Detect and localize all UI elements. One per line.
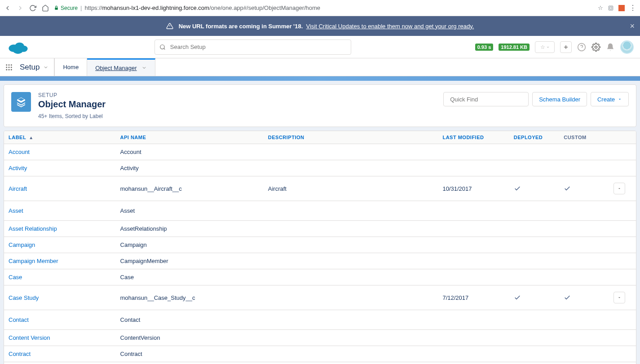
table-row: Campaign MemberCampaignMember [4, 253, 636, 269]
browser-toolbar: Secure | https://mohansun-lx1-dev-ed.lig… [0, 0, 640, 16]
global-search-input[interactable] [170, 44, 346, 50]
object-link[interactable]: Contact [9, 316, 29, 323]
cell-deployed [509, 346, 559, 362]
cell-api: CampaignMember [116, 253, 264, 269]
create-button[interactable]: Create [591, 92, 629, 106]
user-avatar[interactable] [620, 40, 634, 54]
table-row: Aircraftmohansun__Aircraft__cAircraft10/… [4, 176, 636, 201]
cell-label: Aircraft [4, 176, 116, 201]
cell-modified [438, 144, 509, 160]
cell-label: Activity [4, 160, 116, 176]
cell-deployed [509, 269, 559, 285]
cell-modified [438, 237, 509, 253]
cell-modified [438, 269, 509, 285]
object-link[interactable]: Activity [9, 165, 27, 171]
cell-modified: 7/12/2017 [438, 285, 509, 310]
row-actions-button[interactable] [614, 183, 625, 194]
cell-deployed [509, 362, 559, 364]
col-last-modified[interactable]: LAST MODIFIED [438, 131, 509, 144]
bookmark-star-icon[interactable]: ☆ [598, 4, 603, 11]
global-search[interactable] [154, 39, 351, 55]
cell-actions [609, 221, 636, 237]
page-title: Object Manager [38, 99, 106, 110]
favorites-button[interactable]: ☆ [535, 41, 555, 53]
object-link[interactable]: Asset [9, 207, 23, 214]
cell-actions [609, 346, 636, 362]
cell-custom [559, 221, 609, 237]
extension-icon-1[interactable] [608, 5, 614, 11]
check-icon [514, 185, 555, 192]
help-button[interactable] [577, 43, 586, 52]
object-link[interactable]: Content Version [9, 334, 50, 341]
cell-deployed [509, 201, 559, 221]
forward-button[interactable] [16, 4, 24, 12]
object-link[interactable]: Account [9, 149, 30, 155]
reload-button[interactable] [29, 4, 37, 12]
object-link[interactable]: Asset Relationship [9, 225, 57, 232]
cell-custom [559, 362, 609, 364]
table-row: CaseCase [4, 269, 636, 285]
setup-gear-button[interactable] [591, 43, 600, 52]
cell-actions [609, 330, 636, 346]
cell-api: Asset [116, 201, 264, 221]
cell-api: Account [116, 144, 264, 160]
announcement-banner: New URL formats are coming in Summer '18… [0, 16, 640, 36]
cell-actions [609, 160, 636, 176]
banner-close-button[interactable]: × [630, 22, 635, 31]
app-name-menu[interactable]: Setup [18, 58, 54, 76]
object-link[interactable]: Campaign [9, 241, 35, 248]
cell-label: Campaign Member [4, 253, 116, 269]
nav-home[interactable]: Home [55, 58, 87, 76]
cell-modified [438, 310, 509, 330]
row-actions-button[interactable] [614, 292, 625, 303]
cell-desc [264, 221, 438, 237]
app-launcher-button[interactable] [0, 63, 18, 71]
cell-deployed [509, 176, 559, 201]
cell-custom [559, 160, 609, 176]
cell-deployed [509, 330, 559, 346]
col-label[interactable]: LABEL▲ [4, 131, 116, 144]
cell-modified [438, 346, 509, 362]
object-link[interactable]: Case Study [9, 294, 39, 301]
object-link[interactable]: Contract [9, 351, 31, 357]
banner-link[interactable]: Visit Critical Updates to enable them no… [306, 23, 474, 30]
browser-menu-icon[interactable]: ⋮ [629, 4, 636, 12]
lock-icon [54, 5, 59, 10]
home-button[interactable] [41, 4, 49, 12]
cell-desc [264, 346, 438, 362]
cell-api: Contact [116, 310, 264, 330]
cell-deployed [509, 285, 559, 310]
bell-icon [606, 43, 615, 52]
cell-actions [609, 201, 636, 221]
object-link[interactable]: Aircraft [9, 185, 27, 192]
decorative-strip [0, 76, 640, 81]
col-api-name[interactable]: API NAME [116, 131, 264, 144]
add-button[interactable] [560, 41, 572, 53]
col-deployed[interactable]: DEPLOYED [509, 131, 559, 144]
cell-desc [264, 144, 438, 160]
extension-icon-2[interactable] [618, 5, 625, 11]
table-row: ActivityActivity [4, 160, 636, 176]
secure-badge: Secure [54, 5, 78, 11]
object-link[interactable]: Case [9, 274, 22, 281]
quick-find-input[interactable] [450, 96, 525, 103]
cell-custom [559, 144, 609, 160]
cell-custom [559, 237, 609, 253]
cell-deployed [509, 253, 559, 269]
secure-label: Secure [61, 5, 78, 11]
caret-down-icon [617, 186, 622, 191]
nav-object-manager[interactable]: Object Manager [87, 58, 155, 76]
notifications-button[interactable] [606, 43, 615, 52]
back-button[interactable] [4, 4, 12, 12]
cell-actions [609, 310, 636, 330]
address-bar[interactable]: Secure | https://mohansun-lx1-dev-ed.lig… [54, 4, 593, 11]
quick-find[interactable] [443, 92, 529, 106]
col-description[interactable]: DESCRIPTION [264, 131, 438, 144]
cell-custom [559, 269, 609, 285]
object-link[interactable]: Campaign Member [9, 258, 58, 264]
schema-builder-button[interactable]: Schema Builder [532, 92, 587, 106]
cell-deployed [509, 221, 559, 237]
cell-api: Activity [116, 160, 264, 176]
waffle-icon [5, 63, 13, 71]
salesforce-logo[interactable] [6, 39, 31, 55]
